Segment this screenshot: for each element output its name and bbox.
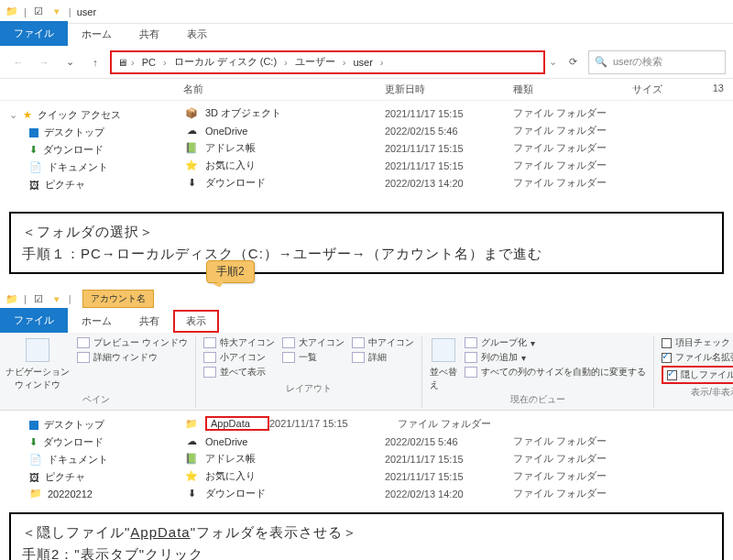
breadcrumb-user[interactable]: user: [349, 55, 376, 70]
folder-icon: 📁: [5, 5, 18, 18]
folder-small-icon: ▾: [50, 292, 63, 305]
preview-pane-button[interactable]: プレビュー ウィンドウ: [77, 336, 188, 349]
layout-s[interactable]: 小アイコン: [203, 351, 275, 364]
table-row[interactable]: ⬇ダウンロード2022/02/13 14:20ファイル フォルダー: [165, 174, 733, 192]
window-body: ⌄ ★ クイック アクセス デスクトップ ⬇ダウンロード 📄ドキュメント 🖼ピク…: [0, 101, 733, 206]
autosize-button[interactable]: すべての列のサイズを自動的に変更する: [465, 366, 646, 379]
layout-xl[interactable]: 特大アイコン: [203, 336, 275, 349]
instruction-title: ＜隠しファイル"AppData"フォルダを表示させる＞: [22, 522, 711, 544]
titlebar: 📁 | ☑ ▾ | user: [0, 0, 733, 24]
picture-icon: 🖼: [29, 472, 39, 483]
file-name: アドレス帳: [205, 452, 385, 466]
folder-icon: 📁: [29, 488, 42, 500]
chevron-right-icon: ›: [161, 57, 169, 68]
sort-icon[interactable]: [432, 338, 455, 362]
account-name-tag: アカウント名: [82, 290, 154, 308]
col-date[interactable]: 更新日時: [385, 82, 513, 96]
instruction-box-1: ＜フォルダの選択＞ 手順１：PC→ローカルディスク（C:）→ユーザー→（アカウン…: [9, 212, 724, 274]
group-by-button[interactable]: グループ化▾: [465, 336, 646, 349]
tab-home[interactable]: ホーム: [68, 23, 126, 46]
ribbon-tabs: ファイル ホーム 共有 表示: [0, 24, 733, 46]
table-row[interactable]: 📁AppData2021/11/17 15:15ファイル フォルダー: [165, 414, 733, 433]
file-date: 2021/11/17 15:15: [385, 160, 513, 171]
tab-share[interactable]: 共有: [126, 310, 173, 333]
table-row[interactable]: 📦3D オブジェクト2021/11/17 15:15ファイル フォルダー: [165, 104, 733, 122]
table-row[interactable]: 📗アドレス帳2021/11/17 15:15ファイル フォルダー: [165, 450, 733, 467]
item-check-boxes-toggle[interactable]: 項目チェック ボックス: [662, 336, 733, 349]
explorer-window-2: 📁 | ☑ ▾ | アカウント名 ファイル ホーム 共有 表示 ナビゲーション …: [0, 287, 733, 507]
tab-file[interactable]: ファイル: [0, 308, 68, 333]
group-label: レイアウト: [203, 380, 414, 395]
download-icon: ⬇: [29, 436, 38, 448]
table-row[interactable]: ⭐お気に入り2021/11/17 15:15ファイル フォルダー: [165, 157, 733, 174]
col-name[interactable]: 名前: [183, 82, 385, 96]
col-size[interactable]: サイズ: [632, 82, 696, 96]
sidebar-item-documents[interactable]: 📄ドキュメント: [9, 159, 156, 176]
breadcrumb-pc[interactable]: PC: [138, 55, 159, 70]
search-input[interactable]: 🔍 userの検索: [588, 50, 726, 74]
tab-home[interactable]: ホーム: [68, 310, 126, 333]
file-type: ファイル フォルダー: [513, 106, 651, 120]
sidebar-quick-access[interactable]: ⌄ ★ クイック アクセス: [9, 106, 156, 124]
sidebar: デスクトップ ⬇ダウンロード 📄ドキュメント 🖼ピクチャ 📁20220212: [0, 411, 165, 507]
explorer-window-1: 📁 | ☑ ▾ | user ファイル ホーム 共有 表示 ← → ⌄ ↑ 🖥 …: [0, 0, 733, 206]
file-type-icon: ⬇: [183, 177, 200, 189]
breadcrumb-disk[interactable]: ローカル ディスク (C:): [170, 53, 280, 71]
ribbon-group-layout: 特大アイコン 小アイコン 並べて表示 大アイコン 一覧 中アイコン 詳細 レイア…: [203, 336, 422, 408]
search-icon: 🔍: [595, 56, 607, 68]
breadcrumb-users[interactable]: ユーザー: [291, 53, 339, 71]
address-bar[interactable]: 🖥 › PC › ローカル ディスク (C:) › ユーザー › user ›: [110, 50, 545, 74]
file-date: 2021/11/17 15:15: [269, 418, 398, 429]
sidebar-item-desktop[interactable]: デスクトップ: [9, 124, 156, 141]
sidebar-item-label: ドキュメント: [48, 160, 108, 174]
tab-view[interactable]: 表示: [173, 23, 221, 46]
layout-l[interactable]: 大アイコン: [282, 336, 345, 349]
document-icon: 📄: [29, 161, 42, 173]
sidebar-item-documents[interactable]: 📄ドキュメント: [9, 451, 156, 468]
file-type: ファイル フォルダー: [513, 452, 651, 466]
table-row[interactable]: 📗アドレス帳2021/11/17 15:15ファイル フォルダー: [165, 139, 733, 157]
file-type: ファイル フォルダー: [513, 487, 651, 500]
sidebar-item-pictures[interactable]: 🖼ピクチャ: [9, 468, 156, 486]
separator: |: [69, 6, 71, 17]
tab-share[interactable]: 共有: [126, 23, 173, 46]
refresh-button[interactable]: ⟳: [561, 56, 585, 68]
file-date: 2021/11/17 15:15: [385, 143, 513, 154]
col-type[interactable]: 種類: [513, 82, 632, 96]
sidebar-item-extra[interactable]: 📁20220212: [9, 486, 156, 501]
add-column-button[interactable]: 列の追加▾: [465, 351, 646, 364]
details-pane-button[interactable]: 詳細ウィンドウ: [77, 351, 188, 364]
back-button[interactable]: ←: [7, 51, 29, 73]
desktop-icon: [29, 421, 38, 430]
ribbon-group-showhide: 項目チェック ボックス ファイル名拡張子 隠しファイル 表示/非表示: [662, 336, 733, 408]
navigation-pane-icon[interactable]: [26, 338, 49, 362]
file-list: 📁AppData2021/11/17 15:15ファイル フォルダー☁OneDr…: [165, 411, 733, 507]
forward-button[interactable]: →: [33, 51, 55, 73]
file-date: 2021/11/17 15:15: [385, 471, 513, 482]
hidden-files-toggle[interactable]: 隠しファイル: [662, 366, 733, 384]
filename-extensions-toggle[interactable]: ファイル名拡張子: [662, 351, 733, 364]
table-row[interactable]: ⭐お気に入り2021/11/17 15:15ファイル フォルダー: [165, 467, 733, 485]
sidebar-item-pictures[interactable]: 🖼ピクチャ: [9, 176, 156, 193]
file-type: ファイル フォルダー: [513, 141, 651, 155]
table-row[interactable]: ⬇ダウンロード2022/02/13 14:20ファイル フォルダー: [165, 485, 733, 502]
tab-view[interactable]: 表示: [173, 310, 219, 333]
up-button[interactable]: ↑: [84, 51, 106, 73]
layout-m[interactable]: 中アイコン: [352, 336, 414, 349]
layout-list[interactable]: 一覧: [282, 351, 345, 364]
sidebar-item-desktop[interactable]: デスクトップ: [9, 416, 156, 434]
table-row[interactable]: ☁OneDrive2022/02/15 5:46ファイル フォルダー: [165, 433, 733, 450]
table-row[interactable]: ☁OneDrive2022/02/15 5:46ファイル フォルダー: [165, 122, 733, 139]
layout-tiles[interactable]: 並べて表示: [203, 366, 275, 379]
file-type-icon: ⬇: [183, 488, 200, 500]
checkbox-icon: [667, 370, 677, 380]
sidebar-item-downloads[interactable]: ⬇ダウンロード: [9, 434, 156, 451]
file-type: ファイル フォルダー: [513, 124, 651, 137]
history-dropdown[interactable]: ⌄: [59, 51, 81, 73]
star-icon: ★: [23, 109, 32, 121]
layout-detail[interactable]: 詳細: [352, 351, 414, 364]
dropdown-icon[interactable]: ⌄: [549, 56, 557, 68]
tab-file[interactable]: ファイル: [0, 21, 68, 46]
sidebar-item-downloads[interactable]: ⬇ダウンロード: [9, 141, 156, 159]
ribbon-view: ナビゲーション ウィンドウ プレビュー ウィンドウ 詳細ウィンドウ ペイン 特大…: [0, 333, 733, 411]
